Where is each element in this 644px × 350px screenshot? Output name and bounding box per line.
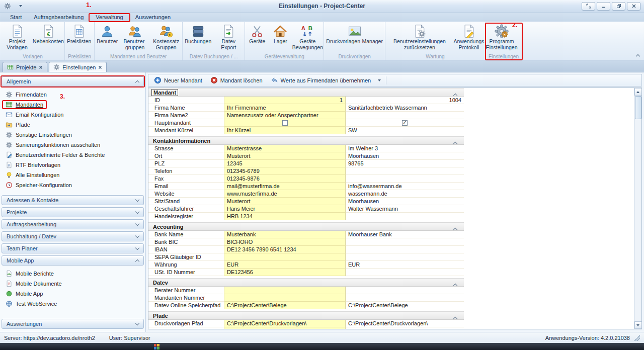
grid-cell-value[interactable]: C:\ProjectCenter\Belege (346, 302, 464, 309)
grid-cell-example[interactable]: 012345-9876 (224, 175, 346, 183)
grid-cell-value[interactable]: info@wassermann.de (346, 183, 464, 190)
sidebar-section-team-planer[interactable]: Team Planer (2, 243, 144, 253)
grid-cell-example[interactable] (224, 294, 346, 302)
grid-cell-example[interactable]: Musterbank (224, 231, 346, 238)
sidebar-section-allgemein[interactable]: Allgemein (2, 76, 144, 86)
tab-close-icon[interactable] (39, 65, 43, 69)
sidebar-item-mandanten[interactable]: Mandanten (3, 100, 144, 110)
grid-cell-value[interactable]: Walter Wassermann (346, 205, 464, 213)
sidebar-section-adressen-kontakte[interactable]: Adressen & Kontakte (2, 195, 144, 205)
grid-cell-example[interactable]: Ihr Kürzel (224, 127, 346, 134)
grid-section-datev[interactable]: Datev (148, 278, 464, 287)
app-logo-icon[interactable] (4, 3, 11, 10)
grid-cell-value[interactable] (346, 112, 464, 119)
sidebar-item-speicher-konfiguration[interactable]: Speicher-Konfiguration (3, 180, 144, 190)
resize-grip[interactable] (634, 335, 640, 341)
grid-cell-value[interactable]: 98765 (346, 160, 464, 167)
ribbon-tab-auftragsbearbeitung[interactable]: Auftragsbearbeitung (28, 14, 90, 21)
grid-cell-example[interactable]: DE12 3456 7890 6541 1234 (224, 246, 346, 253)
grid-cell-example[interactable]: 12345 (224, 160, 346, 167)
grid-cell-example[interactable]: C:\ProjectCenter\Belege (224, 302, 346, 309)
ribbon-button-benutzereinstellungen-zurucksetzen[interactable]: Benutzereinstellungen zurücksetzen (386, 23, 453, 53)
sidebar-item-benutzerdefinierte-felder-berichte[interactable]: Benutzerdefinierte Felder & Berichte (3, 150, 144, 160)
ribbon-button-benutzer[interactable]: Benutzer (95, 23, 119, 53)
sidebar-item-mobile-app[interactable]: Mobile App (3, 289, 144, 299)
ribbon-button-gerate-bewegungen[interactable]: ABGeräte Bewegungen (292, 23, 323, 53)
ribbon-button-anwendungs-protokoll[interactable]: Anwendungs Protokoll (453, 23, 485, 53)
grid-cell-example[interactable]: mail@musterfirma.de (224, 183, 346, 190)
grid-cell-example[interactable]: Musterstrasse (224, 145, 346, 152)
ribbon-button-nebenkosten[interactable]: €Nebenkosten (33, 23, 64, 53)
sidebar-item-rtf-briefvorlagen[interactable]: RTF Briefvorlagen (3, 160, 144, 170)
grid-cell-example[interactable]: EUR (224, 261, 346, 269)
grid-cell-value[interactable] (346, 167, 464, 175)
sidebar-section-buchhaltung-datev[interactable]: Buchhaltung / Datev (2, 231, 144, 241)
grid-section-accounting[interactable]: Accounting (148, 222, 464, 231)
sidebar-item-alle-einstellungen[interactable]: Alle Einstellungen (3, 170, 144, 180)
grid-cell-value[interactable]: C:\ProjectCenter\Dokumente\ (346, 327, 464, 329)
grid-cell-example[interactable]: Musterort (224, 198, 346, 205)
ribbon-button-benutzer-gruppen[interactable]: Benutzer-gruppen (119, 23, 150, 53)
grid-cell-value[interactable]: Moorhauser Bank (346, 231, 464, 238)
ribbon-tab-verwaltung[interactable]: Verwaltung (90, 14, 129, 21)
ribbon-button-lager[interactable]: Lager (269, 23, 292, 53)
sidebar-section-mobile-app[interactable]: Mobile App (2, 255, 144, 266)
grid-section-kontaktinformationen[interactable]: Kontaktinformationen (148, 136, 464, 145)
grid-section-mandant[interactable]: Mandant (148, 88, 464, 97)
ribbon-button-buchungen[interactable]: Buchungen (183, 23, 213, 53)
sidebar-item-sanierungsfunktionen-ausschalten[interactable]: Sanierungsfunktionen ausschalten (3, 140, 144, 150)
grid-cell-example[interactable] (224, 253, 346, 261)
grid-cell-example[interactable] (224, 119, 346, 127)
grid-cell-example[interactable]: Ihr Firmenname (224, 104, 346, 112)
ribbon-button-druckvorlagen-manager[interactable]: Druckvorlagen-Manager (325, 23, 384, 53)
window-minimize-button[interactable] (597, 2, 610, 11)
grid-cell-value[interactable]: Im Weiher 3 (346, 145, 464, 152)
taskbar-app-icon[interactable] (154, 344, 159, 349)
sidebar-item-mobile-dokumente[interactable]: Mobile Dokumente (3, 279, 144, 289)
sidebar-item-email-konfiguration[interactable]: Email Konfiguration (3, 110, 144, 120)
grid-cell-value[interactable] (346, 238, 464, 246)
sidebar-item-mobile-berichte[interactable]: Mobile Berichte (3, 269, 144, 279)
grid-cell-value[interactable]: wassermann.de (346, 190, 464, 198)
scroll-down-button[interactable] (634, 321, 642, 329)
grid-cell-example[interactable]: HRB 1234 (224, 213, 346, 220)
grid-cell-value[interactable]: EUR (346, 261, 464, 269)
checkbox-unchecked[interactable] (282, 120, 288, 126)
grid-cell-value[interactable]: 1004 (346, 97, 464, 104)
grid-cell-example[interactable]: DE123456 (224, 269, 346, 276)
grid-cell-example[interactable] (224, 287, 346, 294)
tab-close-icon[interactable] (98, 65, 102, 69)
grid-cell-example[interactable]: Namenszusatz oder Ansperchpartner (224, 112, 346, 119)
window-restore-button[interactable] (612, 2, 625, 11)
toolbar-dropdown-button[interactable] (375, 76, 383, 85)
grid-cell-example[interactable]: 012345-6789 (224, 167, 346, 175)
grid-cell-value[interactable] (346, 175, 464, 183)
ribbon-tab-start[interactable]: Start (4, 14, 28, 21)
grid-cell-value[interactable]: Sanitärfachbetrieb Wassermann (346, 104, 464, 112)
ribbon-button-kostensatz-gruppen[interactable]: €Kostensatz Gruppen (150, 23, 182, 53)
window-expand-button[interactable] (582, 2, 595, 11)
grid-cell-example[interactable]: C:\ProjectCenter\Druckvorlagen\ (224, 320, 346, 327)
grid-cell-value[interactable]: Moorhausen (346, 198, 464, 205)
ribbon-collapse-icon[interactable] (636, 54, 640, 58)
quick-access-dropdown-icon[interactable] (19, 5, 22, 7)
grid-section-pfade[interactable]: Pfade (148, 311, 464, 320)
grid-cell-value[interactable]: C:\ProjectCenter\Druckvorlagen\ (346, 320, 464, 327)
sidebar-item-pfade[interactable]: Pfade (3, 120, 144, 130)
grid-cell-example[interactable]: Musterort (224, 152, 346, 160)
sidebar-section-auswertungen[interactable]: Auswertungen (2, 319, 144, 329)
grid-cell-example[interactable]: 1 (224, 97, 346, 104)
grid-cell-example[interactable]: www.musterfirma.de (224, 190, 346, 198)
sidebar-item-sonstige-einstellungen[interactable]: Sonstige Einstellungen (3, 130, 144, 140)
grid-cell-value[interactable] (346, 213, 464, 220)
grid-cell-value[interactable] (346, 246, 464, 253)
ribbon-button-gerate[interactable]: Geräte (246, 23, 269, 53)
document-tab-projekte[interactable]: Projekte (3, 62, 47, 72)
checkbox-checked[interactable]: ✓ (402, 120, 408, 126)
grid-cell-value[interactable] (346, 253, 464, 261)
document-tab-einstellungen[interactable]: Einstellungen (49, 62, 107, 72)
grid-cell-value[interactable]: ✓ (346, 119, 464, 127)
ribbon-button-programm-einstellungen[interactable]: Programm Einstellungen (486, 23, 517, 53)
grid-cell-example[interactable]: Hans Meier (224, 205, 346, 213)
sidebar-item-test-webservice[interactable]: Test WebService (3, 299, 144, 309)
